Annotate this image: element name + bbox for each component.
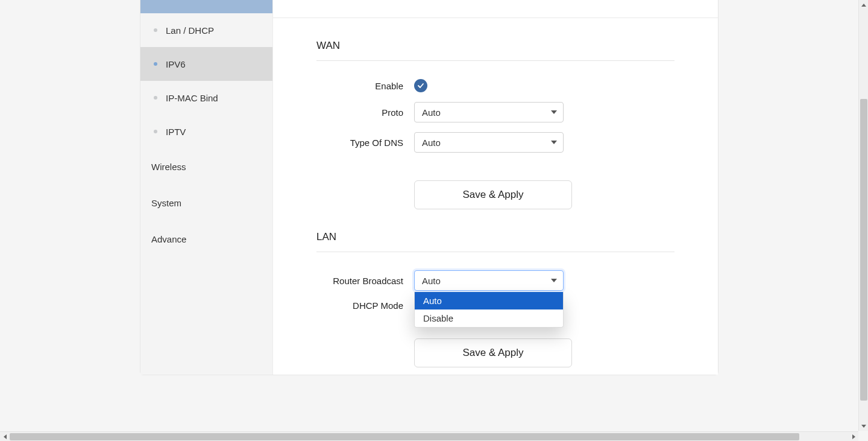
bullet-icon: [154, 130, 157, 133]
bullet-icon: [154, 62, 157, 66]
scroll-right-arrow-icon[interactable]: [849, 432, 858, 441]
vertical-scrollbar[interactable]: [858, 0, 868, 431]
wan-proto-select[interactable]: Auto: [414, 102, 564, 122]
lan-router-broadcast-select[interactable]: Auto: [414, 270, 564, 291]
vertical-scroll-thumb[interactable]: [860, 99, 867, 401]
dropdown-option-auto[interactable]: Auto: [415, 292, 563, 309]
router-broadcast-dropdown: Auto Disable: [414, 292, 564, 328]
sidebar-item-iptv[interactable]: IPTV: [140, 115, 272, 148]
wan-enable-label: Enable: [316, 81, 414, 91]
sidebar-active-parent-strip: [140, 0, 272, 13]
sidebar-item-label: IP-MAC Bind: [166, 93, 218, 103]
lan-dhcp-mode-label: DHCP Mode: [316, 300, 414, 311]
sidebar-item-label: Advance: [151, 234, 186, 244]
sidebar-item-ipv6[interactable]: IPV6: [140, 47, 272, 81]
wan-dns-select[interactable]: Auto: [414, 132, 564, 153]
scroll-down-arrow-icon[interactable]: [859, 421, 868, 431]
sidebar-item-label: System: [151, 198, 181, 208]
lan-router-broadcast-row: Router Broadcast Auto Auto Disable: [316, 270, 675, 291]
wan-button-row: Save & Apply: [316, 180, 675, 209]
wan-section: WAN Enable Proto Auto: [273, 18, 718, 209]
scroll-left-arrow-icon[interactable]: [0, 432, 10, 441]
main-container: Lan / DHCP IPV6 IP-MAC Bind IPTV Wireles…: [140, 0, 719, 375]
sidebar-item-label: IPTV: [166, 127, 186, 137]
wan-section-title: WAN: [316, 40, 675, 61]
horizontal-scrollbar[interactable]: [0, 431, 858, 441]
wan-proto-row: Proto Auto: [316, 102, 675, 122]
sidebar-item-system[interactable]: System: [140, 185, 272, 221]
sidebar-item-label: IPV6: [166, 59, 186, 69]
main-content: WAN Enable Proto Auto: [273, 0, 718, 375]
dropdown-option-disable[interactable]: Disable: [415, 309, 563, 327]
sidebar-item-wireless[interactable]: Wireless: [140, 148, 272, 185]
sidebar-item-label: Lan / DHCP: [166, 25, 214, 36]
lan-save-apply-button[interactable]: Save & Apply: [414, 338, 572, 367]
wan-dns-row: Type Of DNS Auto: [316, 132, 675, 153]
check-icon: [417, 82, 424, 89]
lan-section: LAN Router Broadcast Auto Auto Disable: [273, 209, 718, 367]
bullet-icon: [154, 96, 157, 100]
horizontal-scroll-thumb[interactable]: [10, 433, 799, 440]
lan-button-row: Save & Apply: [316, 338, 675, 367]
main-header-divider: [273, 0, 718, 18]
lan-section-title: LAN: [316, 231, 675, 252]
sidebar: Lan / DHCP IPV6 IP-MAC Bind IPTV Wireles…: [140, 0, 273, 375]
wan-enable-row: Enable: [316, 79, 675, 92]
wan-dns-label: Type Of DNS: [316, 138, 414, 148]
bullet-icon: [154, 28, 157, 32]
sidebar-item-label: Wireless: [151, 162, 186, 172]
sidebar-item-ip-mac-bind[interactable]: IP-MAC Bind: [140, 81, 272, 115]
wan-proto-label: Proto: [316, 107, 414, 118]
wan-enable-toggle[interactable]: [414, 79, 427, 92]
wan-save-apply-button[interactable]: Save & Apply: [414, 180, 572, 209]
lan-router-broadcast-label: Router Broadcast: [316, 276, 414, 286]
sidebar-item-advance[interactable]: Advance: [140, 221, 272, 257]
scroll-up-arrow-icon[interactable]: [859, 0, 868, 10]
sidebar-item-lan-dhcp[interactable]: Lan / DHCP: [140, 13, 272, 47]
